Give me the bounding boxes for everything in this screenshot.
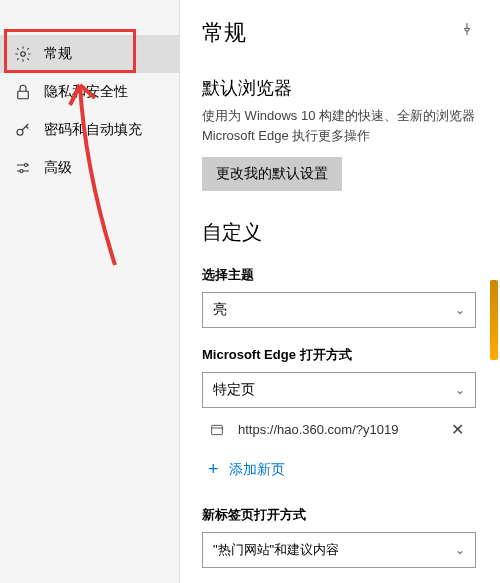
scrollbar-thumb[interactable] bbox=[490, 280, 498, 360]
section-default-browser: 默认浏览器 使用为 Windows 10 构建的快速、全新的浏览器 Micros… bbox=[202, 76, 476, 191]
page-title: 常规 bbox=[202, 18, 476, 48]
main-content: 常规 默认浏览器 使用为 Windows 10 构建的快速、全新的浏览器 Mic… bbox=[180, 0, 500, 583]
change-default-button[interactable]: 更改我的默认设置 bbox=[202, 157, 342, 191]
new-tab-select[interactable]: "热门网站"和建议内容 ⌄ bbox=[202, 532, 476, 568]
open-with-value: 特定页 bbox=[213, 381, 255, 399]
add-page-button[interactable]: + 添加新页 bbox=[202, 451, 476, 488]
default-browser-title: 默认浏览器 bbox=[202, 76, 476, 100]
chevron-down-icon: ⌄ bbox=[455, 383, 465, 397]
svg-point-0 bbox=[21, 52, 26, 57]
page-icon bbox=[208, 421, 226, 439]
svg-point-3 bbox=[25, 164, 28, 167]
sidebar-item-passwords[interactable]: 密码和自动填充 bbox=[0, 111, 179, 149]
svg-point-4 bbox=[20, 170, 23, 173]
lock-icon bbox=[14, 83, 32, 101]
remove-page-button[interactable]: ✕ bbox=[445, 418, 470, 441]
sidebar-item-general[interactable]: 常规 bbox=[0, 35, 179, 73]
pin-icon[interactable] bbox=[458, 20, 476, 38]
sidebar-item-label: 高级 bbox=[44, 159, 72, 177]
open-with-label: Microsoft Edge 打开方式 bbox=[202, 346, 476, 364]
sidebar-item-label: 常规 bbox=[44, 45, 72, 63]
section-customize: 自定义 选择主题 亮 ⌄ Microsoft Edge 打开方式 特定页 ⌄ h… bbox=[202, 219, 476, 583]
startup-page-row: https://hao.360.com/?y1019 ✕ bbox=[202, 408, 476, 451]
theme-select[interactable]: 亮 ⌄ bbox=[202, 292, 476, 328]
gear-icon bbox=[14, 45, 32, 63]
sidebar-item-label: 隐私和安全性 bbox=[44, 83, 128, 101]
theme-value: 亮 bbox=[213, 301, 227, 319]
svg-rect-5 bbox=[212, 425, 223, 434]
sidebar-item-label: 密码和自动填充 bbox=[44, 121, 142, 139]
new-tab-value: "热门网站"和建议内容 bbox=[213, 541, 339, 559]
key-icon bbox=[14, 121, 32, 139]
chevron-down-icon: ⌄ bbox=[455, 543, 465, 557]
customize-title: 自定义 bbox=[202, 219, 476, 246]
open-with-select[interactable]: 特定页 ⌄ bbox=[202, 372, 476, 408]
add-page-label: 添加新页 bbox=[229, 461, 285, 479]
default-browser-desc: 使用为 Windows 10 构建的快速、全新的浏览器 Microsoft Ed… bbox=[202, 106, 476, 145]
theme-label: 选择主题 bbox=[202, 266, 476, 284]
chevron-down-icon: ⌄ bbox=[455, 303, 465, 317]
svg-rect-1 bbox=[18, 91, 29, 99]
startup-page-url: https://hao.360.com/?y1019 bbox=[238, 422, 433, 437]
sliders-icon bbox=[14, 159, 32, 177]
sidebar-item-advanced[interactable]: 高级 bbox=[0, 149, 179, 187]
plus-icon: + bbox=[208, 459, 219, 480]
new-tab-label: 新标签页打开方式 bbox=[202, 506, 476, 524]
sidebar-item-privacy[interactable]: 隐私和安全性 bbox=[0, 73, 179, 111]
sidebar: 常规 隐私和安全性 密码和自动填充 高级 bbox=[0, 0, 180, 583]
